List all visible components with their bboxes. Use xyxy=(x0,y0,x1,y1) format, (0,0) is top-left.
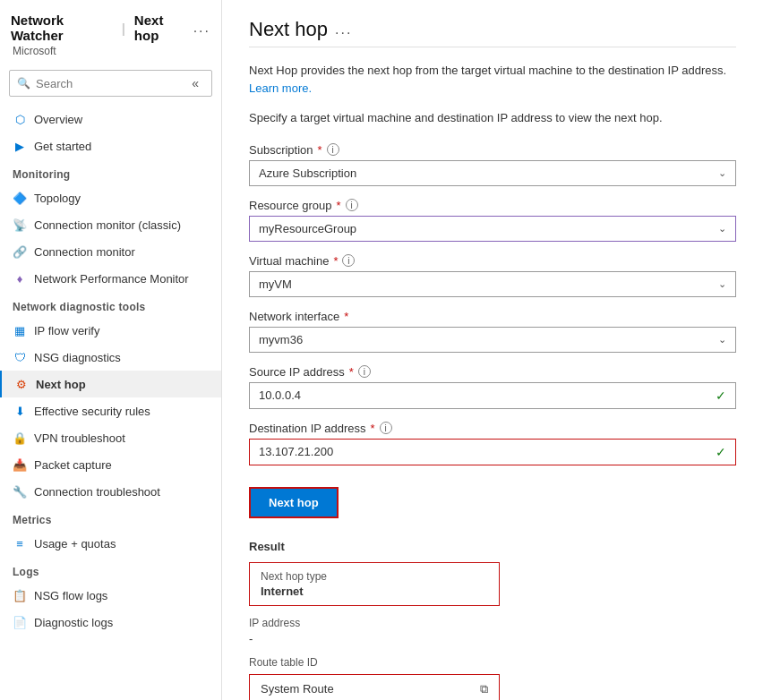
result-route-table-label: Route table ID xyxy=(249,656,736,669)
sidebar: Network Watcher | Next hop ... Microsoft… xyxy=(0,0,222,700)
source-ip-info-icon[interactable]: i xyxy=(358,365,371,378)
destination-ip-input[interactable]: 13.107.21.200 ✓ xyxy=(249,439,736,465)
topology-label: Topology xyxy=(34,192,81,205)
source-ip-input[interactable]: 10.0.0.4 ✓ xyxy=(249,382,736,409)
get-started-label: Get started xyxy=(34,140,91,153)
source-ip-required: * xyxy=(349,365,354,379)
page-header: Next hop ... xyxy=(249,18,736,41)
options-button[interactable]: ... xyxy=(193,20,210,36)
get-started-icon: ▶ xyxy=(13,139,27,153)
title-separator: | xyxy=(122,21,125,36)
sidebar-item-network-performance-monitor[interactable]: ♦ Network Performance Monitor xyxy=(0,265,221,292)
vpn-label: VPN troubleshoot xyxy=(34,431,125,445)
sidebar-item-ip-flow-verify[interactable]: ▦ IP flow verify xyxy=(0,317,221,344)
network-diagnostic-tools-section-label: Network diagnostic tools xyxy=(0,292,221,317)
sidebar-item-get-started[interactable]: ▶ Get started xyxy=(0,132,221,159)
source-ip-check-icon: ✓ xyxy=(716,388,726,403)
monitoring-section-label: Monitoring xyxy=(0,159,221,184)
effective-security-rules-label: Effective security rules xyxy=(34,405,150,418)
result-ip-field: IP address - xyxy=(249,617,736,645)
network-interface-label: Network interface * xyxy=(249,310,736,323)
npm-icon: ♦ xyxy=(13,271,27,286)
resource-group-chevron-icon: ⌄ xyxy=(718,223,726,235)
resource-group-select[interactable]: myResourceGroup ⌄ xyxy=(249,216,736,242)
virtual-machine-required: * xyxy=(333,254,338,268)
sidebar-item-usage-quotas[interactable]: ≡ Usage + quotas xyxy=(0,530,221,557)
sidebar-item-connection-monitor-classic[interactable]: 📡 Connection monitor (classic) xyxy=(0,211,221,238)
connection-troubleshoot-icon: 🔧 xyxy=(13,484,27,499)
connection-monitor-classic-icon: 📡 xyxy=(13,218,27,232)
nsg-diagnostics-icon: 🛡 xyxy=(13,350,27,364)
effective-security-rules-icon: ⬇ xyxy=(13,404,27,418)
usage-quotas-icon: ≡ xyxy=(13,536,27,551)
destination-ip-info-icon[interactable]: i xyxy=(380,422,392,434)
result-nexthop-type-box: Next hop type Internet xyxy=(249,562,500,606)
source-ip-label: Source IP address * i xyxy=(249,365,736,379)
sidebar-item-connection-troubleshoot[interactable]: 🔧 Connection troubleshoot xyxy=(0,478,221,505)
logs-section-label: Logs xyxy=(0,557,221,582)
virtual-machine-chevron-icon: ⌄ xyxy=(718,278,726,290)
sidebar-item-packet-capture[interactable]: 📥 Packet capture xyxy=(0,451,221,478)
npm-label: Network Performance Monitor xyxy=(34,272,189,286)
resource-group-label: Resource group * i xyxy=(249,199,736,212)
nsg-flow-logs-label: NSG flow logs xyxy=(34,589,107,602)
page-title: Next hop xyxy=(249,18,328,41)
connection-monitor-label: Connection monitor xyxy=(34,245,135,259)
destination-ip-check-icon: ✓ xyxy=(716,445,726,459)
destination-ip-group: Destination IP address * i 13.107.21.200… xyxy=(249,422,736,465)
sidebar-item-next-hop[interactable]: ⚙ Next hop xyxy=(0,371,221,397)
search-box: 🔍 « xyxy=(9,70,212,97)
packet-capture-icon: 📥 xyxy=(13,457,27,472)
subscription-chevron-icon: ⌄ xyxy=(718,167,726,179)
next-hop-label: Next hop xyxy=(36,378,86,391)
overview-icon: ⬡ xyxy=(13,112,27,126)
copy-icon[interactable]: ⧉ xyxy=(480,682,488,696)
network-interface-select[interactable]: myvm36 ⌄ xyxy=(249,327,736,353)
virtual-machine-label: Virtual machine * i xyxy=(249,254,736,268)
sidebar-item-topology[interactable]: 🔷 Topology xyxy=(0,184,221,211)
search-icon: 🔍 xyxy=(17,77,30,90)
page-options-button[interactable]: ... xyxy=(335,21,352,38)
main-content: Next hop ... Next Hop provides the next … xyxy=(222,0,763,700)
resource-group-required: * xyxy=(337,199,341,212)
resource-group-info-icon[interactable]: i xyxy=(346,199,358,211)
nsg-flow-logs-icon: 📋 xyxy=(13,588,27,602)
nsg-diagnostics-label: NSG diagnostics xyxy=(34,351,121,364)
subscription-select[interactable]: Azure Subscription ⌄ xyxy=(249,160,736,186)
source-ip-group: Source IP address * i 10.0.0.4 ✓ xyxy=(249,365,736,409)
subscription-group: Subscription * i Azure Subscription ⌄ xyxy=(249,143,736,186)
result-section: Result Next hop type Internet IP address… xyxy=(249,540,736,701)
result-label: Result xyxy=(249,540,736,553)
virtual-machine-info-icon[interactable]: i xyxy=(342,254,355,267)
app-subtitle: Microsoft xyxy=(11,45,210,57)
subscription-required: * xyxy=(318,143,322,157)
overview-label: Overview xyxy=(34,113,82,126)
virtual-machine-select[interactable]: myVM ⌄ xyxy=(249,271,736,297)
sidebar-item-overview[interactable]: ⬡ Overview xyxy=(0,106,221,132)
sidebar-item-nsg-diagnostics[interactable]: 🛡 NSG diagnostics xyxy=(0,344,221,371)
diagnostic-logs-icon: 📄 xyxy=(13,615,27,629)
subscription-info-icon[interactable]: i xyxy=(327,143,339,156)
sidebar-item-nsg-flow-logs[interactable]: 📋 NSG flow logs xyxy=(0,582,221,609)
learn-more-link[interactable]: Learn more. xyxy=(249,81,312,95)
network-interface-group: Network interface * myvm36 ⌄ xyxy=(249,310,736,353)
app-title: Network Watcher | Next hop ... xyxy=(11,13,210,43)
destination-ip-required: * xyxy=(371,422,375,435)
ip-flow-icon: ▦ xyxy=(13,323,27,337)
virtual-machine-group: Virtual machine * i myVM ⌄ xyxy=(249,254,736,297)
resource-group-group: Resource group * i myResourceGroup ⌄ xyxy=(249,199,736,242)
topology-icon: 🔷 xyxy=(13,191,27,205)
connection-monitor-classic-label: Connection monitor (classic) xyxy=(34,218,181,232)
sidebar-item-effective-security-rules[interactable]: ⬇ Effective security rules xyxy=(0,397,221,424)
network-interface-chevron-icon: ⌄ xyxy=(718,334,726,346)
collapse-button[interactable]: « xyxy=(186,74,204,92)
result-ip-label: IP address xyxy=(249,617,736,629)
sidebar-item-diagnostic-logs[interactable]: 📄 Diagnostic logs xyxy=(0,609,221,636)
search-input[interactable] xyxy=(36,77,186,90)
result-route-table-box: System Route ⧉ xyxy=(249,674,500,701)
next-hop-button[interactable]: Next hop xyxy=(249,487,339,518)
sidebar-item-vpn-troubleshoot[interactable]: 🔒 VPN troubleshoot xyxy=(0,424,221,451)
sidebar-item-connection-monitor[interactable]: 🔗 Connection monitor xyxy=(0,238,221,265)
connection-troubleshoot-label: Connection troubleshoot xyxy=(34,485,160,499)
result-route-table-value: System Route xyxy=(261,682,334,696)
